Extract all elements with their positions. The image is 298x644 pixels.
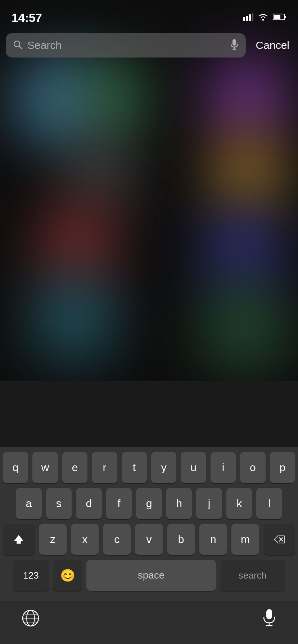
battery-icon xyxy=(273,13,286,22)
globe-icon[interactable] xyxy=(22,609,40,629)
svg-marker-13 xyxy=(14,535,23,543)
emoji-key[interactable]: 😊 xyxy=(53,560,82,591)
key-l[interactable]: l xyxy=(256,488,282,519)
blob-gold xyxy=(208,133,287,212)
microphone-icon[interactable] xyxy=(230,39,239,51)
key-e[interactable]: e xyxy=(62,452,87,483)
blob-red xyxy=(36,201,119,284)
key-t[interactable]: t xyxy=(122,452,147,483)
key-f[interactable]: f xyxy=(106,488,132,519)
status-icons xyxy=(243,13,286,22)
wifi-icon xyxy=(258,13,268,22)
keyboard-row-1: q w e r t y u i o p xyxy=(3,452,295,483)
key-a[interactable]: a xyxy=(16,488,42,519)
cancel-button[interactable]: Cancel xyxy=(253,39,292,51)
numbers-key[interactable]: 123 xyxy=(13,560,49,591)
search-icon xyxy=(13,40,22,51)
search-bar[interactable]: Search xyxy=(6,33,246,58)
key-c[interactable]: c xyxy=(103,524,131,555)
key-x[interactable]: x xyxy=(71,524,99,555)
key-i[interactable]: i xyxy=(211,452,236,483)
key-j[interactable]: j xyxy=(196,488,222,519)
key-s[interactable]: s xyxy=(46,488,72,519)
key-u[interactable]: u xyxy=(181,452,206,483)
space-key[interactable]: space xyxy=(86,560,216,591)
blob-teal xyxy=(29,273,119,363)
key-q[interactable]: q xyxy=(3,452,28,483)
status-time: 14:57 xyxy=(12,11,42,25)
key-b[interactable]: b xyxy=(167,524,195,555)
key-g[interactable]: g xyxy=(136,488,162,519)
key-w[interactable]: w xyxy=(32,452,58,483)
keyboard-row-3: z x c v b n m xyxy=(3,524,295,555)
svg-line-9 xyxy=(19,46,22,49)
search-key[interactable]: search xyxy=(220,560,285,591)
bottom-bar xyxy=(0,601,298,644)
search-placeholder: Search xyxy=(27,39,225,51)
svg-rect-7 xyxy=(274,15,280,19)
shift-key[interactable] xyxy=(3,524,35,555)
svg-point-4 xyxy=(262,19,264,21)
keyboard-row-4: 123 😊 space search xyxy=(3,560,295,591)
blob-darkgreen xyxy=(197,280,291,374)
microphone-bottom-icon[interactable] xyxy=(262,609,276,629)
keyboard: q w e r t y u i o p a s d f g h j k l z … xyxy=(0,447,298,601)
svg-rect-3 xyxy=(252,13,253,21)
key-k[interactable]: k xyxy=(226,488,252,519)
key-p[interactable]: p xyxy=(270,452,295,483)
blob-indigo xyxy=(201,208,284,291)
delete-key[interactable] xyxy=(263,524,295,555)
search-bar-container: Search Cancel xyxy=(6,31,292,60)
key-h[interactable]: h xyxy=(166,488,192,519)
key-o[interactable]: o xyxy=(240,452,265,483)
key-n[interactable]: n xyxy=(199,524,227,555)
svg-rect-21 xyxy=(266,609,272,619)
blob-gray xyxy=(65,137,137,208)
key-m[interactable]: m xyxy=(231,524,259,555)
key-d[interactable]: d xyxy=(76,488,102,519)
key-r[interactable]: r xyxy=(92,452,117,483)
key-z[interactable]: z xyxy=(39,524,67,555)
blob-green xyxy=(72,58,151,137)
svg-rect-6 xyxy=(285,16,286,18)
signal-icon xyxy=(243,13,253,22)
key-v[interactable]: v xyxy=(135,524,163,555)
keyboard-row-2: a s d f g h j k l xyxy=(3,488,295,519)
svg-rect-10 xyxy=(232,39,236,46)
svg-rect-1 xyxy=(246,16,248,21)
key-y[interactable]: y xyxy=(151,452,176,483)
svg-rect-2 xyxy=(249,14,251,21)
svg-rect-0 xyxy=(243,17,245,21)
status-bar: 14:57 xyxy=(0,0,298,29)
blob-purple xyxy=(204,54,291,140)
